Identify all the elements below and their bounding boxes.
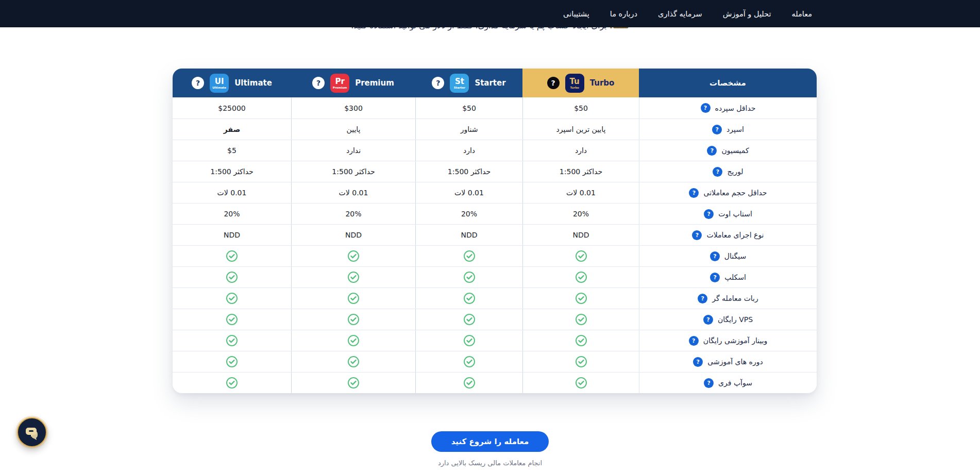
top-nav: معاملهتحلیل و آموزشسرمایه گذاریدرباره ما… [0, 0, 980, 27]
help-icon[interactable]: ? [704, 378, 714, 388]
spec-label: اسپرد? [712, 125, 744, 134]
table-header-row: ?UIUltimateUltimate?PrPremiumPremium?StS… [173, 69, 817, 97]
check-icon [347, 377, 360, 389]
help-icon[interactable]: ? [713, 167, 722, 177]
cell-starter [415, 330, 522, 351]
check-icon [226, 271, 238, 283]
table-row: $5نداردداردداردکمیسیون? [173, 140, 817, 161]
spec-label-text: اسپرد [726, 125, 744, 133]
check-icon [226, 292, 238, 305]
cell-premium: 0.01 لات [291, 182, 415, 203]
spec-label-text: حداقل سپرده [715, 104, 756, 112]
cell-ultimate [173, 373, 291, 393]
table-row: 0.01 لات0.01 لات0.01 لات0.01 لاتحداقل حج… [173, 182, 817, 203]
cell-turbo [522, 351, 639, 372]
spec-label-cell: ربات معامله گر? [639, 288, 817, 309]
cell-turbo: 0.01 لات [522, 182, 639, 203]
plan-badge-text: St [455, 78, 464, 86]
help-icon[interactable]: ? [432, 77, 444, 89]
spec-label-cell: کمیسیون? [639, 140, 817, 161]
plan-badge-starter-icon: StStarter [450, 74, 469, 93]
check-icon [226, 334, 238, 347]
spec-label: حداقل حجم معاملاتی? [689, 188, 767, 198]
spec-label-text: حداقل حجم معاملاتی [703, 189, 767, 197]
plan-badge-ultimate-icon: UIUltimate [210, 74, 229, 93]
plan-name: Premium [355, 78, 394, 88]
start-trading-button[interactable]: معامله را شروع کنید [431, 431, 549, 452]
plan-badge-subtext: Premium [333, 87, 347, 90]
cell-ultimate [173, 309, 291, 330]
help-icon[interactable]: ? [692, 230, 702, 240]
help-icon[interactable]: ? [312, 77, 325, 89]
cell-turbo [522, 246, 639, 266]
spec-label: استاپ اوت? [704, 209, 752, 219]
spec-label-text: وبینار آموزشی رایگان [703, 336, 768, 345]
cell-turbo [522, 330, 639, 351]
check-icon [575, 271, 587, 283]
table-row: اسکلپ? [173, 266, 817, 288]
cell-premium [291, 288, 415, 309]
help-icon[interactable]: ? [689, 188, 699, 198]
spec-label-text: اسکلپ [724, 273, 746, 281]
cell-starter: شناور [415, 119, 522, 140]
check-icon [347, 334, 360, 347]
table-row: وبینار آموزشی رایگان? [173, 330, 817, 351]
help-icon[interactable]: ? [704, 209, 714, 219]
spec-label-text: دوره های آموزشی [707, 358, 763, 366]
help-icon[interactable]: ? [707, 146, 717, 156]
table-row: NDDNDDNDDNDDنوع اجرای معاملات? [173, 224, 817, 245]
cell-ultimate: $25000 [173, 97, 291, 119]
help-icon[interactable]: ? [710, 273, 720, 282]
nav-item-1[interactable]: تحلیل و آموزش [723, 10, 771, 18]
chat-widget-button[interactable] [17, 417, 47, 447]
help-icon[interactable]: ? [712, 125, 722, 134]
spec-label-cell: وبینار آموزشی رایگان? [639, 330, 817, 351]
table-row: دوره های آموزشی? [173, 351, 817, 372]
check-icon [226, 250, 238, 262]
help-icon[interactable]: ? [698, 294, 707, 303]
help-icon[interactable]: ? [192, 77, 204, 89]
help-icon[interactable]: ? [689, 336, 699, 346]
check-icon [226, 356, 238, 368]
cell-ultimate [173, 351, 291, 372]
cell-premium: NDD [291, 225, 415, 245]
spec-label-text: استاپ اوت [718, 210, 752, 218]
spec-label-text: کمیسیون [721, 146, 749, 155]
nav-item-2[interactable]: سرمایه گذاری [658, 10, 702, 18]
nav-item-4[interactable]: پشتیبانی [563, 10, 589, 18]
spec-label-cell: لوریج? [639, 161, 817, 182]
table-row: $25000$300$50$50حداقل سپرده? [173, 97, 817, 119]
cell-ultimate: حداکثر 1:500 [173, 161, 291, 182]
cell-turbo: 20% [522, 204, 639, 224]
spec-label-cell: سوآپ فری? [639, 373, 817, 393]
spec-label-cell: دوره های آموزشی? [639, 351, 817, 372]
check-icon [463, 271, 476, 283]
cell-premium: $300 [291, 97, 415, 119]
cell-premium [291, 373, 415, 393]
cell-starter [415, 309, 522, 330]
plan-badge-text: UI [215, 78, 224, 86]
spec-label-cell: استاپ اوت? [639, 204, 817, 224]
table-row: سیگنال? [173, 245, 817, 266]
cell-turbo: پایین ترین اسپرد [522, 119, 639, 140]
nav-item-0[interactable]: معامله [791, 10, 812, 18]
chat-bubbles-icon [24, 425, 40, 440]
cell-premium: ندارد [291, 140, 415, 161]
help-icon[interactable]: ? [710, 251, 720, 261]
help-icon[interactable]: ? [547, 77, 560, 89]
cell-starter [415, 246, 522, 266]
table-row: حداکثر 1:500حداکثر 1:500حداکثر 1:500حداک… [173, 161, 817, 182]
spec-label: حداقل سپرده? [701, 103, 756, 113]
cell-starter [415, 351, 522, 372]
help-icon[interactable]: ? [701, 103, 711, 113]
help-icon[interactable]: ? [693, 357, 703, 367]
nav-item-3[interactable]: درباره ما [610, 10, 637, 18]
cell-starter: 20% [415, 204, 522, 224]
check-icon [575, 313, 587, 326]
cell-ultimate [173, 267, 291, 288]
cell-premium: پایین [291, 119, 415, 140]
spec-label: اسکلپ? [710, 273, 746, 282]
help-icon[interactable]: ? [703, 315, 713, 325]
cell-starter [415, 288, 522, 309]
spec-label: VPS رایگان? [703, 315, 753, 325]
